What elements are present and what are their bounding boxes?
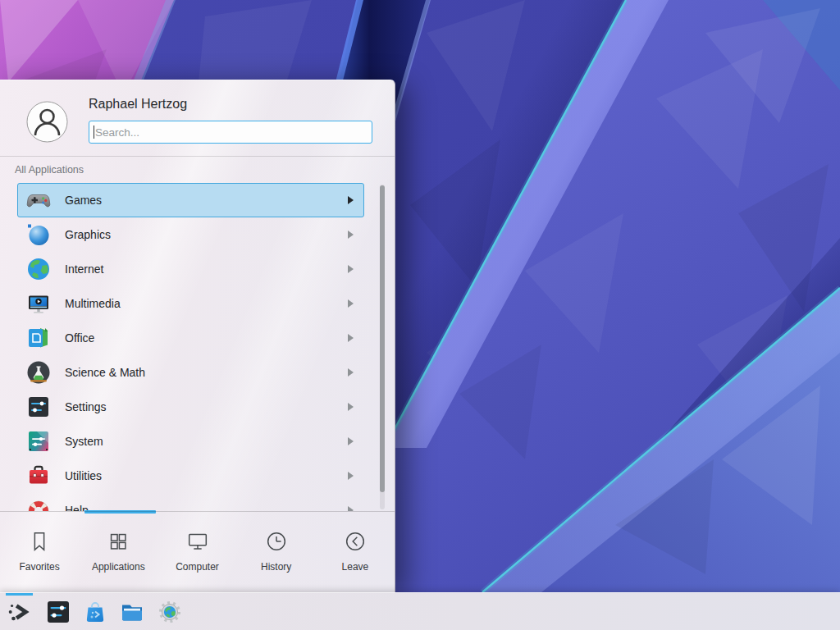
scrollbar-thumb[interactable]	[380, 185, 385, 492]
tab-label: History	[261, 561, 291, 573]
category-graphics[interactable]: Graphics	[17, 217, 364, 252]
submenu-arrow-icon	[347, 334, 354, 342]
favorites-bookmark-icon	[27, 529, 52, 554]
science-flask-icon	[25, 359, 52, 386]
category-games[interactable]: Games	[17, 183, 364, 217]
application-launcher-button[interactable]	[5, 598, 33, 626]
kde-kickoff-icon	[7, 600, 31, 624]
launcher-active-indicator	[6, 593, 33, 596]
tab-label: Leave	[342, 561, 369, 573]
submenu-arrow-icon	[347, 265, 354, 273]
system-icon	[25, 428, 52, 454]
category-internet[interactable]: Internet	[17, 252, 364, 286]
submenu-arrow-icon	[347, 368, 354, 377]
submenu-arrow-icon	[347, 437, 354, 445]
category-label: Science & Math	[65, 366, 145, 379]
internet-globe-icon	[25, 256, 52, 282]
discover-button[interactable]	[81, 598, 109, 626]
games-icon	[25, 187, 52, 213]
category-science-math[interactable]: Science & Math	[17, 355, 364, 390]
search-input[interactable]	[89, 121, 372, 144]
category-list: Games Graphics	[0, 183, 395, 511]
search-field[interactable]	[94, 126, 349, 139]
submenu-arrow-icon	[347, 472, 354, 480]
tab-applications[interactable]: Applications	[79, 512, 158, 593]
history-clock-icon	[264, 529, 289, 554]
header-divider	[0, 156, 395, 157]
category-label: Games	[65, 194, 102, 207]
kickoff-menu: Raphael Hertzog All Applications	[0, 80, 395, 593]
help-lifebuoy-icon	[25, 497, 52, 511]
submenu-arrow-icon	[347, 403, 354, 411]
dolphin-folder-icon	[119, 599, 145, 625]
category-label: Graphics	[65, 228, 111, 241]
office-icon	[25, 325, 52, 351]
submenu-arrow-icon	[347, 299, 354, 308]
web-browser-button[interactable]	[156, 598, 184, 626]
tab-computer[interactable]: Computer	[158, 512, 236, 593]
file-manager-button[interactable]	[118, 598, 146, 626]
tab-favorites[interactable]: Favorites	[0, 512, 79, 593]
category-utilities[interactable]: Utilities	[17, 459, 364, 493]
settings-sliders-icon	[25, 394, 52, 420]
category-system[interactable]: System	[17, 424, 364, 459]
category-settings[interactable]: Settings	[17, 390, 364, 424]
category-label: Utilities	[65, 469, 102, 482]
category-help[interactable]: Help	[17, 493, 364, 511]
system-settings-icon	[45, 599, 71, 625]
user-name: Raphael Hertzog	[89, 97, 187, 112]
kickoff-tabbar: Favorites Applications Computer	[0, 511, 395, 593]
tab-label: Favorites	[19, 561, 59, 573]
multimedia-icon	[25, 290, 52, 317]
category-label: Settings	[65, 400, 107, 413]
graphics-icon	[25, 221, 52, 248]
tab-history[interactable]: History	[237, 512, 316, 593]
applications-grid-icon	[106, 529, 130, 554]
submenu-arrow-icon	[347, 231, 354, 239]
desktop: Raphael Hertzog All Applications	[0, 0, 840, 630]
leave-icon	[343, 529, 368, 554]
category-office[interactable]: Office	[17, 321, 364, 355]
utilities-toolbox-icon	[25, 463, 52, 489]
category-label: Internet	[65, 262, 103, 276]
system-settings-button[interactable]	[44, 598, 72, 626]
avatar[interactable]	[26, 101, 68, 143]
section-label: All Applications	[15, 164, 84, 176]
taskbar: ES 7:03 PM 4/24/21	[0, 592, 840, 630]
computer-monitor-icon	[185, 529, 210, 554]
konqueror-globe-gear-icon	[158, 600, 182, 624]
category-multimedia[interactable]: Multimedia	[17, 286, 364, 321]
tab-leave[interactable]: Leave	[316, 512, 395, 593]
tab-label: Applications	[92, 561, 145, 573]
category-label: System	[65, 435, 103, 448]
tab-label: Computer	[176, 561, 219, 573]
discover-bag-icon	[82, 599, 108, 625]
submenu-arrow-icon	[347, 196, 354, 204]
category-label: Office	[65, 331, 94, 345]
scrollbar[interactable]	[380, 185, 385, 509]
category-label: Multimedia	[65, 297, 121, 310]
